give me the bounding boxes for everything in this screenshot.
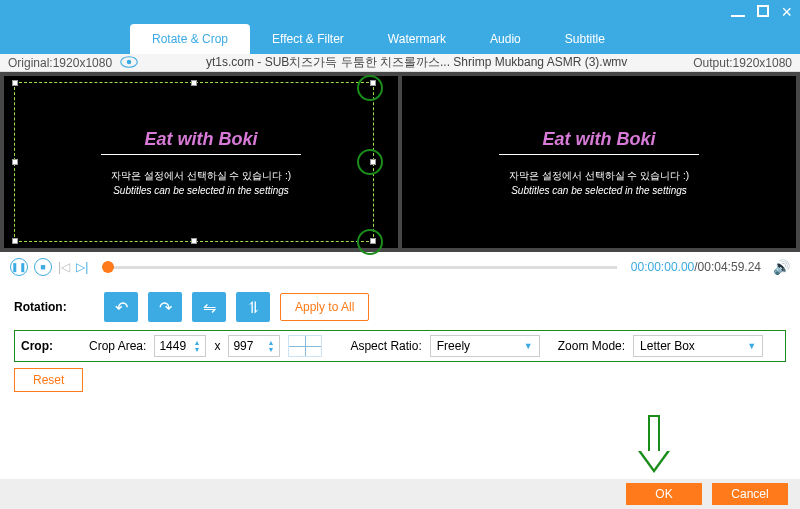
pause-button[interactable]: ❚❚ — [10, 258, 28, 276]
seek-track[interactable] — [102, 266, 617, 269]
tab-subtitle[interactable]: Subtitle — [543, 24, 627, 54]
cancel-button[interactable]: Cancel — [712, 483, 788, 505]
controls: Rotation: ↶ ↷ ⇋ ⥮ Apply to All Crop: Cro… — [0, 282, 800, 402]
x-label: x — [214, 339, 220, 353]
reset-button[interactable]: Reset — [14, 368, 83, 392]
output-preview: Eat with Boki 자막은 설정에서 선택하실 수 있습니다 :) Su… — [402, 76, 796, 248]
crop-row: Crop: Crop Area: 1449▲▼ x 997▲▼ Aspect R… — [14, 330, 786, 362]
filename: yt1s.com - SUB치즈가득 두툼한 치즈롤까스... Shrimp M… — [140, 54, 693, 71]
tab-audio[interactable]: Audio — [468, 24, 543, 54]
annotation-circle — [357, 229, 383, 255]
stop-button[interactable]: ■ — [34, 258, 52, 276]
annotation-circle — [357, 149, 383, 175]
eye-icon[interactable] — [120, 56, 140, 70]
next-frame-button[interactable]: ▷| — [76, 260, 88, 274]
maximize-button[interactable] — [757, 3, 769, 21]
video-text-kor: 자막은 설정에서 선택하실 수 있습니다 :) — [499, 169, 699, 183]
annotation-arrow — [638, 415, 670, 477]
play-bar: ❚❚ ■ |◁ ▷| 00:00:00.00/00:04:59.24 🔊 — [0, 252, 800, 282]
footer: OK Cancel — [0, 479, 800, 509]
ok-button[interactable]: OK — [626, 483, 702, 505]
volume-icon[interactable]: 🔊 — [773, 259, 790, 275]
output-value: 1920x1080 — [733, 56, 792, 70]
flip-horizontal-button[interactable]: ⇋ — [192, 292, 226, 322]
rotation-label: Rotation: — [14, 300, 94, 314]
tab-bar: Rotate & Crop Effect & Filter Watermark … — [0, 24, 800, 54]
spinner-arrows[interactable]: ▲▼ — [193, 336, 203, 356]
crop-area-label: Crop Area: — [89, 339, 146, 353]
aspect-ratio-label: Aspect Ratio: — [350, 339, 421, 353]
crop-handle-bl[interactable] — [12, 238, 18, 244]
crop-box[interactable] — [14, 82, 374, 242]
crop-label: Crop: — [21, 339, 81, 353]
crop-handle-ml[interactable] — [12, 159, 18, 165]
zoom-mode-label: Zoom Mode: — [558, 339, 625, 353]
annotation-circle — [357, 75, 383, 101]
titlebar: × — [0, 0, 800, 24]
time-total: 00:04:59.24 — [698, 260, 761, 274]
output-label: Output: — [693, 56, 732, 70]
aspect-ratio-select[interactable]: Freely▼ — [430, 335, 540, 357]
close-button[interactable]: × — [781, 2, 792, 23]
seek-thumb[interactable] — [102, 261, 114, 273]
info-bar: Original: 1920x1080 yt1s.com - SUB치즈가득 두… — [0, 54, 800, 72]
original-label: Original: — [8, 56, 53, 70]
rotation-row: Rotation: ↶ ↷ ⇋ ⥮ Apply to All — [14, 292, 786, 322]
crop-handle-tl[interactable] — [12, 80, 18, 86]
crop-width-input[interactable]: 1449▲▼ — [154, 335, 206, 357]
chevron-down-icon: ▼ — [747, 341, 756, 351]
prev-frame-button[interactable]: |◁ — [58, 260, 70, 274]
chevron-down-icon: ▼ — [524, 341, 533, 351]
crop-handle-bc[interactable] — [191, 238, 197, 244]
minimize-button[interactable] — [731, 3, 745, 21]
crop-height-input[interactable]: 997▲▼ — [228, 335, 280, 357]
preview-area: Eat with Boki 자막은 설정에서 선택하실 수 있습니다 :) Su… — [0, 72, 800, 252]
spinner-arrows[interactable]: ▲▼ — [267, 336, 277, 356]
tab-watermark[interactable]: Watermark — [366, 24, 468, 54]
crop-handle-tc[interactable] — [191, 80, 197, 86]
flip-vertical-button[interactable]: ⥮ — [236, 292, 270, 322]
svg-point-1 — [127, 59, 132, 64]
video-content-right: Eat with Boki 자막은 설정에서 선택하실 수 있습니다 :) Su… — [499, 129, 699, 196]
crop-position-icon[interactable] — [288, 335, 322, 357]
video-text-eng: Subtitles can be selected in the setting… — [499, 185, 699, 196]
tab-effect-filter[interactable]: Effect & Filter — [250, 24, 366, 54]
rotate-left-button[interactable]: ↶ — [104, 292, 138, 322]
time-current: 00:00:00.00 — [631, 260, 694, 274]
apply-all-button[interactable]: Apply to All — [280, 293, 369, 321]
video-title: Eat with Boki — [499, 129, 699, 150]
original-preview[interactable]: Eat with Boki 자막은 설정에서 선택하실 수 있습니다 :) Su… — [4, 76, 398, 248]
zoom-mode-select[interactable]: Letter Box▼ — [633, 335, 763, 357]
original-value: 1920x1080 — [53, 56, 112, 70]
tab-rotate-crop[interactable]: Rotate & Crop — [130, 24, 250, 54]
rotate-right-button[interactable]: ↷ — [148, 292, 182, 322]
